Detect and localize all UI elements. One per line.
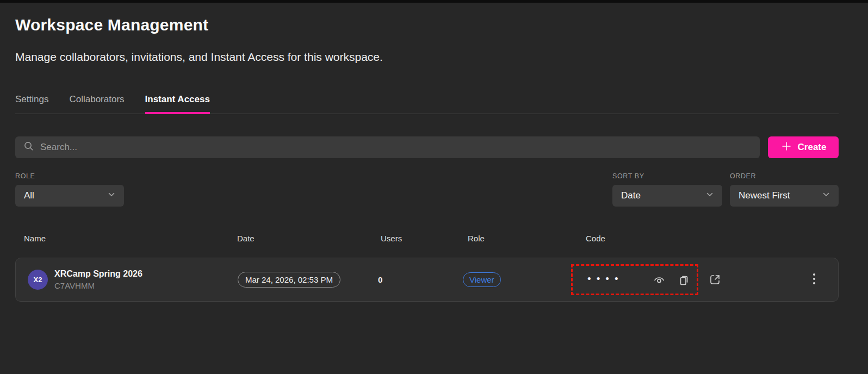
search-box[interactable] <box>15 136 760 158</box>
order-filter-group: ORDER Newest First <box>730 172 839 207</box>
create-button-label: Create <box>798 142 827 153</box>
row-users-count: 0 <box>378 275 468 284</box>
page-title: Workspace Management <box>15 16 839 34</box>
workspace-management-page: Workspace Management Manage collaborator… <box>0 16 868 302</box>
row-name: XRCamp Spring 2026 <box>54 269 142 279</box>
copy-icon <box>677 273 691 287</box>
filter-bar: ROLE All SORT BY Date <box>15 172 839 207</box>
plus-icon <box>780 140 792 155</box>
copy-code-button[interactable] <box>677 273 691 287</box>
table-row[interactable]: X2 XRCamp Spring 2026 C7AVHMM Mar 24, 20… <box>15 258 839 302</box>
chevron-down-icon <box>820 189 832 203</box>
column-header-users: Users <box>381 234 468 243</box>
order-select[interactable]: Newest First <box>730 185 839 207</box>
sort-by-select[interactable]: Date <box>612 185 722 207</box>
order-filter-label: ORDER <box>730 172 839 180</box>
role-filter-select[interactable]: All <box>15 185 124 207</box>
name-stack: XRCamp Spring 2026 C7AVHMM <box>54 269 142 290</box>
row-code-id: C7AVHMM <box>54 281 142 290</box>
column-header-name: Name <box>24 234 237 243</box>
search-input[interactable] <box>40 142 752 153</box>
sort-by-filter-label: SORT BY <box>612 172 722 180</box>
table-header: Name Date Users Role Code <box>15 234 839 243</box>
role-filter-label: ROLE <box>15 172 124 180</box>
code-annotation-highlight: •••• <box>571 264 698 295</box>
kebab-menu-icon <box>812 272 816 288</box>
row-date-cell: Mar 24, 2026, 02:53 PM <box>238 272 381 288</box>
sort-by-value: Date <box>621 190 641 201</box>
open-link-button[interactable] <box>708 272 722 287</box>
tab-instant-access[interactable]: Instant Access <box>145 94 210 114</box>
eye-icon <box>652 273 666 287</box>
avatar: X2 <box>28 270 48 290</box>
external-link-icon <box>708 272 722 287</box>
row-name-cell: X2 XRCamp Spring 2026 C7AVHMM <box>24 269 238 290</box>
chevron-down-icon <box>106 189 117 203</box>
role-badge: Viewer <box>463 272 501 287</box>
tab-bar: Settings Collaborators Instant Access <box>15 94 839 114</box>
row-code-cell: •••• <box>586 264 799 295</box>
date-pill: Mar 24, 2026, 02:53 PM <box>238 272 340 288</box>
reveal-code-button[interactable] <box>652 273 666 287</box>
create-button[interactable]: Create <box>768 136 839 158</box>
chevron-down-icon <box>704 189 716 203</box>
order-value: Newest First <box>739 190 790 201</box>
page-subtitle: Manage collaborators, invitations, and I… <box>15 51 839 64</box>
window-top-edge <box>0 0 868 3</box>
tab-settings[interactable]: Settings <box>15 94 48 114</box>
row-role-cell: Viewer <box>468 272 586 287</box>
role-filter-group: ROLE All <box>15 172 124 207</box>
row-menu-button[interactable] <box>812 272 816 288</box>
tab-collaborators[interactable]: Collaborators <box>69 94 124 114</box>
column-header-role: Role <box>468 234 586 243</box>
role-filter-value: All <box>24 190 34 201</box>
search-icon <box>23 140 35 154</box>
masked-code: •••• <box>587 273 624 286</box>
toolbar: Create <box>15 136 839 158</box>
column-header-date: Date <box>237 234 381 243</box>
column-header-code: Code <box>586 234 799 243</box>
sort-by-filter-group: SORT BY Date <box>612 172 722 207</box>
